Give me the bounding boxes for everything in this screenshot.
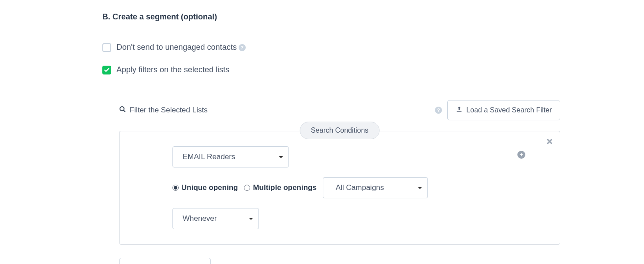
radio-multiple-openings[interactable]: Multiple openings (244, 183, 317, 192)
svg-point-0 (120, 107, 124, 111)
time-select-value: Whenever (183, 214, 217, 223)
filter-header-label: Filter the Selected Lists (130, 106, 208, 115)
search-icon (119, 106, 126, 115)
radio-unique-label: Unique opening (181, 183, 238, 192)
radio-unique-input[interactable] (172, 185, 179, 191)
chevron-down-icon (249, 218, 253, 220)
search-conditions-legend: Search Conditions (300, 122, 380, 139)
load-saved-filter-button[interactable]: Load a Saved Search Filter (447, 100, 560, 120)
radio-multiple-label: Multiple openings (253, 183, 317, 192)
add-condition-icon[interactable] (517, 151, 525, 159)
add-or-condition-button[interactable]: Add an OR condition (119, 258, 211, 264)
help-icon[interactable]: ? (239, 44, 246, 51)
chevron-down-icon (418, 187, 422, 189)
radio-multiple-input[interactable] (244, 185, 250, 191)
time-select[interactable]: Whenever (172, 208, 259, 229)
checkbox-applyfilters-label: Apply filters on the selected lists (116, 65, 229, 74)
checkbox-applyfilters[interactable] (102, 66, 111, 74)
campaigns-select-value: All Campaigns (336, 183, 384, 192)
chevron-down-icon (279, 156, 283, 158)
upload-icon (456, 106, 463, 115)
load-saved-filter-label: Load a Saved Search Filter (466, 106, 552, 114)
attribute-select-value: EMAIL Readers (183, 152, 235, 161)
help-icon[interactable]: ? (435, 107, 442, 114)
checkbox-unengaged[interactable] (102, 43, 111, 52)
attribute-select[interactable]: EMAIL Readers (172, 146, 289, 167)
search-conditions-group: Search Conditions EMAIL Readers Unique o… (119, 131, 560, 245)
campaigns-select[interactable]: All Campaigns (323, 177, 428, 198)
checkbox-unengaged-row[interactable]: Don't send to unengaged contacts ? (102, 43, 560, 52)
checkbox-unengaged-label: Don't send to unengaged contacts (116, 43, 237, 52)
svg-line-1 (124, 110, 125, 112)
section-title: B. Create a segment (optional) (102, 12, 560, 22)
close-icon[interactable] (546, 137, 554, 148)
radio-unique-opening[interactable]: Unique opening (172, 183, 238, 192)
checkbox-applyfilters-row[interactable]: Apply filters on the selected lists (102, 65, 560, 74)
